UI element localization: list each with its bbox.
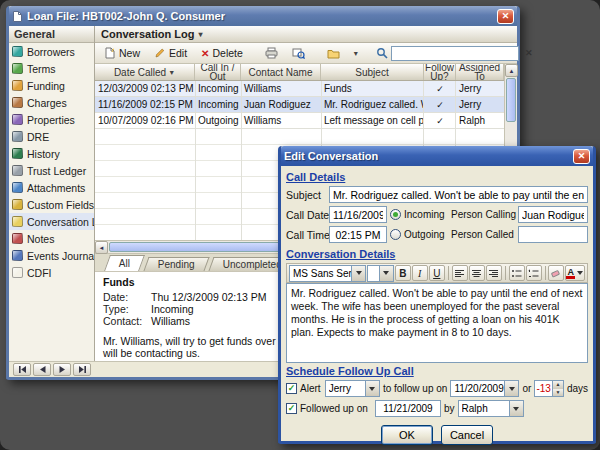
properties-icon: [12, 114, 23, 125]
sidebar-header-general[interactable]: General: [9, 26, 94, 43]
print-preview-button[interactable]: [286, 45, 311, 61]
person-called-field[interactable]: [518, 226, 588, 243]
detail-contact-label: Contact:: [103, 315, 151, 327]
cell-follow-up-check: ✓: [424, 81, 456, 96]
column-header-call-in-out[interactable]: Call In / Out: [195, 64, 241, 80]
cancel-button[interactable]: Cancel: [441, 425, 493, 445]
conversation-text-area[interactable]: Mr. Rodriguez called. Won't be able to p…: [286, 283, 588, 363]
cell-subject: Funds: [321, 81, 424, 96]
cell-subject: Mr. Rodriguez called. Won't be able to p…: [321, 97, 424, 112]
print-button[interactable]: [259, 45, 284, 61]
days-spinner[interactable]: -13 ▲ ▼: [534, 380, 564, 397]
delete-button-label: Delete: [213, 47, 243, 59]
underline-button[interactable]: U: [429, 265, 445, 281]
scroll-up-button[interactable]: ▲: [505, 64, 518, 77]
sidebar-item-charges[interactable]: Charges: [9, 94, 94, 111]
dialog-titlebar[interactable]: Edit Conversation ✕: [281, 146, 593, 166]
spin-down-icon[interactable]: ▼: [553, 389, 563, 397]
clear-search-icon[interactable]: ✕: [522, 48, 536, 58]
tab-all[interactable]: All: [104, 255, 145, 271]
person-calling-field[interactable]: [518, 206, 588, 223]
followed-up-date-field[interactable]: [375, 400, 441, 417]
column-header-subject[interactable]: Subject: [321, 64, 424, 80]
toolbar-dropdown-button[interactable]: ▾: [348, 47, 364, 60]
vertical-scroll-thumb[interactable]: [506, 78, 516, 122]
sidebar-item-history[interactable]: History: [9, 145, 94, 162]
align-left-button[interactable]: [452, 265, 468, 281]
column-header-follow-up[interactable]: Follow Up?: [424, 64, 456, 80]
cell-contact: Juan Rodiguez: [241, 97, 321, 112]
font-size-select[interactable]: [367, 265, 394, 282]
ok-button[interactable]: OK: [381, 425, 433, 445]
sidebar-item-funding[interactable]: Funding: [9, 77, 94, 94]
alert-person-select[interactable]: Jerry: [325, 380, 380, 397]
align-right-button[interactable]: [486, 265, 502, 281]
alert-row: Alert Jerry to follow up on 11/20/2009 o…: [286, 380, 588, 397]
alert-label: Alert: [300, 383, 322, 394]
sidebar-item-custom-fields[interactable]: Custom Fields: [9, 196, 94, 213]
spin-up-icon[interactable]: ▲: [553, 381, 563, 389]
numbered-list-button[interactable]: [526, 265, 542, 281]
cell-direction: Outgoing: [195, 113, 241, 128]
followed-up-checkbox[interactable]: [286, 403, 297, 414]
sidebar-item-cdfi[interactable]: CDFI: [9, 264, 94, 281]
delete-button[interactable]: ✕ Delete: [195, 45, 249, 61]
subject-field[interactable]: [329, 186, 588, 203]
sidebar-item-events-journal[interactable]: Events Journal: [9, 247, 94, 264]
scroll-left-button[interactable]: ◄: [95, 241, 108, 254]
search-input[interactable]: [391, 46, 519, 61]
last-record-button[interactable]: [73, 363, 91, 376]
previous-record-button[interactable]: [33, 363, 51, 376]
call-date-label: Call Date: [286, 209, 326, 221]
bullet-list-button[interactable]: [509, 265, 525, 281]
first-record-button[interactable]: [13, 363, 31, 376]
table-row[interactable]: 11/16/2009 02:15 PM Incoming Juan Rodigu…: [95, 97, 504, 113]
call-date-field[interactable]: [329, 206, 387, 223]
richtext-toolbar: MS Sans Serif B I U: [286, 263, 588, 283]
call-time-field[interactable]: [329, 226, 387, 243]
column-header-assigned-to[interactable]: Assigned To: [456, 64, 504, 80]
alert-checkbox[interactable]: [286, 383, 297, 394]
sidebar-item-properties[interactable]: Properties: [9, 111, 94, 128]
conversation-log-icon: [12, 216, 23, 227]
followed-by-select[interactable]: Ralph: [458, 400, 524, 417]
tab-pending[interactable]: Pending: [144, 257, 210, 271]
cell-assigned: Jerry: [456, 97, 504, 112]
edit-button[interactable]: Edit: [148, 45, 193, 61]
sidebar: General Borrowers Terms Funding Charges …: [9, 26, 95, 361]
column-header-contact-name[interactable]: Contact Name: [241, 64, 321, 80]
next-record-button[interactable]: [53, 363, 71, 376]
bold-button[interactable]: B: [395, 265, 411, 281]
sidebar-item-trust-ledger[interactable]: Trust Ledger: [9, 162, 94, 179]
content-header[interactable]: Conversation Log ▾: [95, 26, 517, 43]
outgoing-radio[interactable]: [390, 229, 401, 240]
sidebar-item-label: Charges: [27, 97, 67, 109]
main-close-button[interactable]: ✕: [497, 9, 514, 24]
cell-date: 11/16/2009 02:15 PM: [95, 97, 195, 112]
dialog-body: Call Details Subject Call Date Incoming …: [281, 166, 593, 441]
sidebar-item-conversation-log[interactable]: Conversation Log: [9, 213, 94, 230]
follow-up-date-picker[interactable]: 11/20/2009: [450, 380, 519, 397]
table-row[interactable]: 12/03/2009 02:13 PM Incoming Williams Fu…: [95, 81, 504, 97]
history-icon: [12, 148, 23, 159]
eraser-icon[interactable]: [548, 265, 564, 281]
main-titlebar[interactable]: Loan File: HBT002-John Q. Consumer ✕: [9, 6, 517, 26]
sidebar-item-dre[interactable]: DRE: [9, 128, 94, 145]
font-family-select[interactable]: MS Sans Serif: [289, 265, 366, 282]
incoming-radio[interactable]: [390, 209, 401, 220]
terms-icon: [12, 63, 23, 74]
table-row[interactable]: 10/07/2009 02:16 PM Outgoing Williams Le…: [95, 113, 504, 129]
italic-button[interactable]: I: [412, 265, 428, 281]
column-header-date-called[interactable]: Date Called ▼: [95, 64, 195, 80]
sidebar-item-terms[interactable]: Terms: [9, 60, 94, 77]
cell-direction: Incoming: [195, 81, 241, 96]
sidebar-item-notes[interactable]: Notes: [9, 230, 94, 247]
new-button[interactable]: New: [99, 45, 146, 61]
cell-subject: Left message on cell phone & office numb…: [321, 113, 424, 128]
align-center-button[interactable]: [469, 265, 485, 281]
open-folder-button[interactable]: [321, 46, 346, 61]
sidebar-item-borrowers[interactable]: Borrowers: [9, 43, 94, 60]
dialog-close-button[interactable]: ✕: [573, 149, 590, 164]
font-color-button[interactable]: A: [565, 265, 585, 281]
sidebar-item-attachments[interactable]: Attachments: [9, 179, 94, 196]
